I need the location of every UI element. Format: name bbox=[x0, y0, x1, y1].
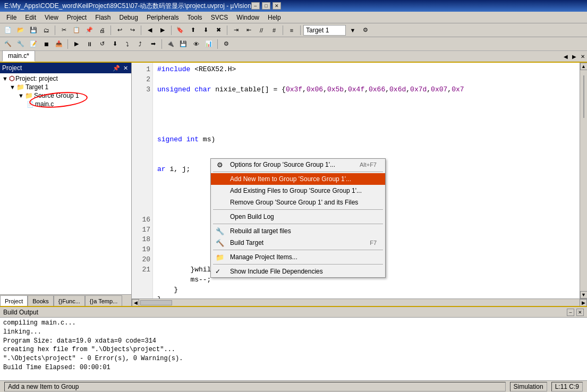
debug-run[interactable]: ▶ bbox=[71, 38, 82, 50]
debug-stop[interactable]: ⏸ bbox=[83, 38, 95, 50]
indent-button[interactable]: ⇥ bbox=[230, 24, 242, 36]
debug-reset[interactable]: ↺ bbox=[96, 38, 108, 50]
panel-tab-func[interactable]: {}Func... bbox=[54, 295, 85, 306]
menu-peripherals[interactable]: Peripherals bbox=[142, 13, 183, 22]
nav-fwd-button[interactable]: ▶ bbox=[157, 24, 168, 36]
memory-btn[interactable]: 💾 bbox=[177, 38, 189, 50]
next-bookmark[interactable]: ⬇ bbox=[200, 24, 211, 36]
panel-tab-project[interactable]: Project bbox=[0, 295, 28, 306]
menu-help[interactable]: Help bbox=[263, 13, 285, 22]
save-button[interactable]: 💾 bbox=[28, 24, 39, 36]
hscroll-left[interactable]: ◀ bbox=[132, 299, 139, 306]
print-button[interactable]: 🖨 bbox=[96, 24, 108, 36]
menu-tools[interactable]: Tools bbox=[183, 13, 207, 22]
ctx-add-existing-label: Add Existing Files to Group 'Source Grou… bbox=[230, 187, 362, 194]
open-button[interactable]: 📂 bbox=[15, 24, 27, 36]
menu-edit[interactable]: Edit bbox=[21, 13, 40, 22]
ctx-manage[interactable]: 📁 Manage Project Items... bbox=[211, 251, 385, 263]
ctx-build[interactable]: 🔨 Build Target F7 bbox=[211, 237, 385, 249]
tab-close[interactable]: ✕ bbox=[579, 53, 587, 61]
editor-vscroll[interactable]: ▲ ▼ bbox=[580, 63, 587, 299]
comment-button[interactable]: // bbox=[256, 24, 267, 36]
tree-project-root[interactable]: ▼ ⬡ Project: project bbox=[1, 74, 130, 83]
save-all-button[interactable]: 🗂 bbox=[40, 24, 52, 36]
rebuild-btn[interactable]: 🔧 bbox=[15, 38, 27, 50]
undo-button[interactable]: ↩ bbox=[114, 24, 125, 36]
peripherals-btn[interactable]: 🔌 bbox=[165, 38, 176, 50]
debug-step[interactable]: ⬇ bbox=[109, 38, 121, 50]
context-menu: ⚙ Options for Group 'Source Group 1'... … bbox=[210, 158, 386, 278]
minimize-button[interactable]: – bbox=[251, 2, 260, 10]
uncomment-button[interactable]: # bbox=[268, 24, 280, 36]
ctx-remove-group-label: Remove Group 'Source Group 1' and its Fi… bbox=[230, 199, 358, 206]
panel-tab-templ[interactable]: {}a Temp... bbox=[85, 295, 122, 306]
editor-hscroll[interactable]: ◀ ▶ bbox=[132, 299, 587, 306]
build-btn[interactable]: 🔨 bbox=[2, 38, 14, 50]
title-bar: E:\My_Apps\CODE_word\KeilProject\89C51\0… bbox=[0, 0, 587, 12]
target-dropdown[interactable]: ▼ bbox=[347, 24, 359, 36]
tab-scroll-left[interactable]: ◀ bbox=[562, 53, 570, 61]
ctx-remove-group[interactable]: Remove Group 'Source Group 1' and its Fi… bbox=[211, 197, 385, 208]
ctx-add-new-item[interactable]: Add New Item to Group 'Source Group 1'..… bbox=[211, 173, 385, 185]
clear-bookmarks[interactable]: ✖ bbox=[212, 24, 224, 36]
redo-button[interactable]: ↪ bbox=[126, 24, 138, 36]
build-output-close[interactable]: ✕ bbox=[576, 309, 584, 316]
vscroll-track[interactable] bbox=[583, 70, 585, 291]
cut-button[interactable]: ✂ bbox=[58, 24, 70, 36]
menu-view[interactable]: View bbox=[40, 13, 63, 22]
menu-flash[interactable]: Flash bbox=[91, 13, 115, 22]
tree-source-group1[interactable]: ▼ 📁 Source Group 1 bbox=[1, 91, 130, 100]
ctx-open-build-log[interactable]: Open Build Log bbox=[211, 211, 385, 223]
prev-bookmark[interactable]: ⬆ bbox=[187, 24, 199, 36]
maximize-button[interactable]: □ bbox=[262, 2, 270, 10]
watch-btn[interactable]: 👁 bbox=[190, 38, 202, 50]
tree-target1[interactable]: ▼ 📁 Target 1 bbox=[1, 83, 130, 91]
ctx-rebuild-icon: 🔧 bbox=[215, 226, 225, 236]
tree-main-c[interactable]: 📄 main.c bbox=[1, 100, 130, 108]
locals-btn[interactable]: 📊 bbox=[203, 38, 215, 50]
options-btn2[interactable]: ⚙ bbox=[220, 38, 232, 50]
translate-btn[interactable]: 📝 bbox=[28, 38, 39, 50]
vscroll-down[interactable]: ▼ bbox=[580, 291, 588, 299]
ctx-show-deps[interactable]: ✓ Show Include File Dependencies bbox=[211, 266, 385, 277]
outdent-button[interactable]: ⇤ bbox=[243, 24, 254, 36]
hscroll-right[interactable]: ▶ bbox=[580, 299, 587, 306]
vscroll-up[interactable]: ▲ bbox=[580, 63, 588, 70]
build-output-minimize[interactable]: – bbox=[567, 309, 574, 316]
vscroll-thumb[interactable] bbox=[583, 75, 584, 118]
debug-runtocursor[interactable]: ➡ bbox=[147, 38, 159, 50]
menu-file[interactable]: File bbox=[2, 13, 21, 22]
stop-btn[interactable]: ⏹ bbox=[40, 38, 52, 50]
copy-button[interactable]: 📋 bbox=[71, 24, 82, 36]
ctx-show-deps-label: Show Include File Dependencies bbox=[230, 268, 323, 275]
menu-project[interactable]: Project bbox=[63, 13, 91, 22]
target-selector[interactable]: Target 1 bbox=[303, 25, 346, 36]
hscroll-thumb[interactable] bbox=[140, 300, 172, 305]
ctx-rebuild[interactable]: 🔧 Rebuild all target files bbox=[211, 225, 385, 237]
tab-scroll-right[interactable]: ▶ bbox=[570, 53, 579, 61]
panel-close-btn[interactable]: ✕ bbox=[122, 65, 129, 72]
menu-window[interactable]: Window bbox=[232, 13, 263, 22]
nav-back-button[interactable]: ◀ bbox=[144, 24, 156, 36]
close-button[interactable]: ✕ bbox=[273, 2, 281, 10]
hscroll-track[interactable] bbox=[139, 299, 580, 306]
editor-tab-row: main.c* ◀ ▶ ✕ bbox=[0, 51, 587, 63]
download-btn[interactable]: 📥 bbox=[53, 38, 65, 50]
build-output: Build Output – ✕ compiling main.c... lin… bbox=[0, 306, 587, 380]
panel-tab-books[interactable]: Books bbox=[28, 295, 54, 306]
sep6 bbox=[283, 25, 283, 35]
editor-tab-main[interactable]: main.c* bbox=[2, 50, 35, 62]
debug-stepover[interactable]: ⤵ bbox=[122, 38, 133, 50]
panel-pin-btn[interactable]: 📌 bbox=[112, 65, 121, 72]
debug-stepout[interactable]: ⤴ bbox=[134, 38, 146, 50]
target-settings[interactable]: ⚙ bbox=[360, 24, 371, 36]
paste-button[interactable]: 📌 bbox=[83, 24, 95, 36]
build-line-2: linking... bbox=[3, 328, 584, 337]
misc-btn1[interactable]: ≡ bbox=[286, 24, 297, 36]
menu-debug[interactable]: Debug bbox=[115, 13, 142, 22]
ctx-add-existing[interactable]: Add Existing Files to Group 'Source Grou… bbox=[211, 185, 385, 197]
new-button[interactable]: 📄 bbox=[2, 24, 14, 36]
ctx-options-group[interactable]: ⚙ Options for Group 'Source Group 1'... … bbox=[211, 159, 385, 171]
menu-svcs[interactable]: SVCS bbox=[207, 13, 233, 22]
bookmark-button[interactable]: 🔖 bbox=[174, 24, 186, 36]
